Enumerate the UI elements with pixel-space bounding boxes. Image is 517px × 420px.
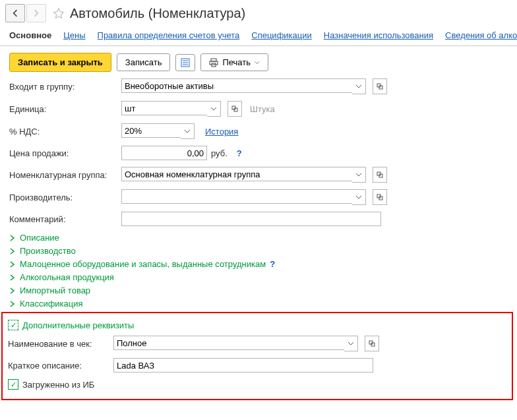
nomgroup-open[interactable] <box>373 167 387 183</box>
nomgroup-label: Номенклатурная группа: <box>9 170 121 180</box>
expander-description[interactable]: Описание <box>9 233 508 243</box>
unit-open[interactable] <box>228 101 242 117</box>
price-input[interactable] <box>121 146 207 160</box>
expander-classification[interactable]: Классификация <box>9 299 508 309</box>
comment-input[interactable] <box>121 212 381 226</box>
unit-input[interactable] <box>121 101 207 115</box>
vat-history-link[interactable]: История <box>205 127 238 136</box>
comment-label: Комментарий: <box>9 214 121 224</box>
short-desc-input[interactable] <box>113 358 373 373</box>
save-close-button[interactable]: Записать и закрыть <box>9 53 111 72</box>
group-open[interactable] <box>373 78 387 94</box>
expander-alcohol[interactable]: Алкогольная продукция <box>9 272 508 282</box>
list-button[interactable] <box>175 54 195 71</box>
group-dropdown[interactable] <box>352 78 366 94</box>
loaded-checkbox[interactable] <box>8 379 18 390</box>
receipt-name-open[interactable] <box>365 336 379 351</box>
save-button[interactable]: Записать <box>117 53 171 71</box>
short-desc-label: Краткое описание: <box>8 361 113 371</box>
vat-dropdown[interactable] <box>181 123 195 139</box>
receipt-name-dropdown[interactable] <box>344 336 358 351</box>
manuf-dropdown[interactable] <box>352 189 366 205</box>
expander-import[interactable]: Импортный товар <box>9 285 508 295</box>
nav-back-button[interactable] <box>5 4 25 22</box>
svg-rect-4 <box>211 59 216 61</box>
manuf-label: Производитель: <box>9 193 121 202</box>
manuf-input[interactable] <box>121 189 352 204</box>
extra-section-toggle[interactable] <box>8 320 18 330</box>
vat-input[interactable] <box>121 123 181 138</box>
unit-dropdown[interactable] <box>207 101 221 117</box>
receipt-name-label: Наименование в чек: <box>8 339 113 349</box>
loaded-label: Загруженно из ИБ <box>22 380 94 390</box>
nomgroup-input[interactable] <box>121 167 352 181</box>
print-button[interactable]: Печать <box>200 53 268 71</box>
tab-usage[interactable]: Назначения использования <box>324 30 433 40</box>
receipt-name-input[interactable] <box>113 336 344 350</box>
price-currency: руб. <box>211 148 228 158</box>
price-help-icon[interactable]: ? <box>237 148 242 158</box>
group-label: Входит в группу: <box>9 82 121 92</box>
highlighted-section: Дополнительные реквизиты Наименование в … <box>1 312 513 400</box>
expander-lowvalue[interactable]: Малоценное оборудование и запасы, выданн… <box>9 259 508 269</box>
expander-production[interactable]: Производство <box>9 246 508 256</box>
tab-bar: Основное Цены Правила определения счетов… <box>0 26 517 46</box>
page-title: Автомобиль (Номенклатура) <box>70 6 245 21</box>
unit-hint: Штука <box>250 104 275 114</box>
extra-section-label[interactable]: Дополнительные реквизиты <box>22 320 134 330</box>
lowvalue-help-icon[interactable]: ? <box>270 259 275 269</box>
tab-specs[interactable]: Спецификации <box>251 30 312 40</box>
unit-label: Единица: <box>9 104 121 114</box>
price-label: Цена продажи: <box>9 148 121 158</box>
tab-prices[interactable]: Цены <box>63 30 85 40</box>
tab-alco[interactable]: Сведения об алко <box>445 30 517 40</box>
printer-icon <box>209 58 218 67</box>
nomgroup-dropdown[interactable] <box>352 167 366 183</box>
tab-main[interactable]: Основное <box>9 30 51 40</box>
manuf-open[interactable] <box>373 189 387 205</box>
group-input[interactable] <box>121 78 352 93</box>
chevron-down-icon <box>255 60 260 65</box>
favorite-star-icon[interactable] <box>51 6 66 20</box>
tab-accounts[interactable]: Правила определения счетов учета <box>98 30 240 40</box>
vat-label: % НДС: <box>9 127 121 136</box>
nav-forward-button[interactable] <box>26 4 46 22</box>
